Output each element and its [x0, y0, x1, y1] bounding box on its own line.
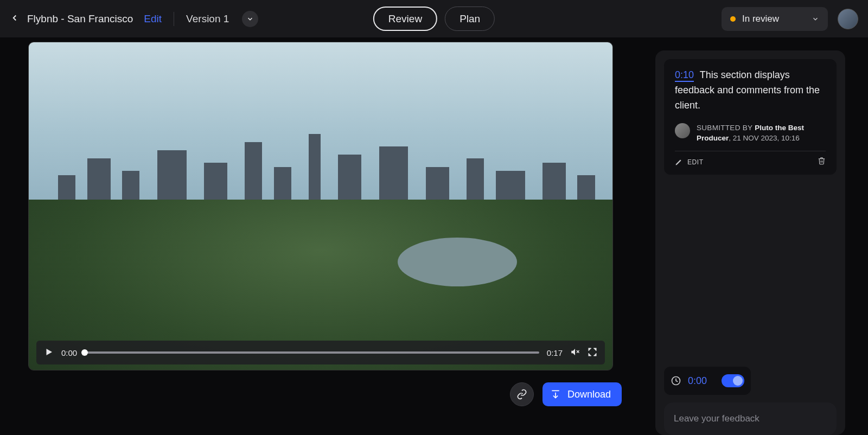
play-icon — [44, 347, 54, 357]
back-button[interactable] — [10, 13, 20, 25]
main: 0:00 0:17 Download — [0, 37, 868, 435]
video-current-time: 0:00 — [61, 348, 77, 357]
status-dot-icon — [730, 16, 736, 22]
comment-author-avatar — [675, 123, 690, 138]
trash-icon — [818, 157, 826, 165]
comment-date: , 21 NOV 2023, 10:16 — [729, 134, 800, 142]
timestamp-value: 0:00 — [688, 375, 715, 387]
seek-thumb[interactable] — [81, 349, 88, 356]
comment-text: This section displays feedback and comme… — [675, 69, 820, 111]
fullscreen-button[interactable] — [588, 347, 597, 359]
link-icon — [516, 389, 527, 400]
edit-label: EDIT — [687, 158, 704, 166]
header-right: In review — [722, 7, 858, 31]
comment-meta: SUBMITTED BY Pluto the Best Producer, 21… — [675, 123, 826, 144]
copy-link-button[interactable] — [510, 382, 534, 406]
video-actions: Download — [510, 382, 622, 406]
comment-timestamp-link[interactable]: 0:10 — [675, 69, 694, 82]
video-controls: 0:00 0:17 — [36, 341, 605, 364]
status-label: In review — [742, 14, 805, 24]
comment-card: 0:10 This section displays feedback and … — [664, 59, 837, 175]
version-dropdown-button[interactable] — [242, 11, 258, 27]
status-selector[interactable]: In review — [722, 7, 828, 31]
play-button[interactable] — [44, 347, 54, 359]
feedback-panel: 0:10 This section displays feedback and … — [655, 50, 845, 435]
download-icon — [550, 389, 561, 400]
version-label: Version 1 — [186, 13, 229, 25]
header-left: Flybnb - San Francisco Edit Version 1 — [10, 11, 258, 27]
video-player[interactable]: 0:00 0:17 — [28, 42, 613, 370]
clock-icon — [671, 375, 681, 386]
chevron-left-icon — [10, 13, 20, 23]
video-seek-bar[interactable] — [85, 351, 539, 354]
tab-plan[interactable]: Plan — [445, 7, 495, 31]
comment-meta-text: SUBMITTED BY Pluto the Best Producer, 21… — [697, 123, 826, 144]
include-timestamp-switch[interactable] — [722, 374, 744, 387]
feedback-input-area: 0:00 Leave your feedback — [655, 367, 845, 435]
volume-muted-icon — [570, 347, 580, 357]
edit-title-link[interactable]: Edit — [144, 13, 162, 25]
download-label: Download — [567, 389, 611, 400]
feedback-placeholder: Leave your feedback — [674, 413, 760, 424]
mute-button[interactable] — [570, 347, 580, 359]
chevron-down-icon — [812, 15, 819, 23]
comment-actions: EDIT — [675, 151, 826, 167]
video-duration: 0:17 — [547, 348, 563, 357]
header-tabs: Review Plan — [373, 7, 495, 31]
pencil-icon — [675, 158, 683, 166]
fullscreen-icon — [588, 347, 597, 357]
tab-review[interactable]: Review — [373, 7, 437, 31]
app-header: Flybnb - San Francisco Edit Version 1 Re… — [0, 0, 868, 37]
divider — [174, 12, 174, 26]
page-title: Flybnb - San Francisco — [27, 13, 133, 25]
comment-body: 0:10 This section displays feedback and … — [675, 68, 826, 113]
feedback-column: 0:10 This section displays feedback and … — [655, 37, 868, 435]
edit-comment-button[interactable]: EDIT — [675, 158, 704, 166]
svg-marker-0 — [47, 349, 53, 355]
video-thumbnail — [29, 42, 612, 370]
chevron-down-icon — [246, 15, 254, 23]
submitted-by-label: SUBMITTED BY — [697, 124, 752, 132]
video-column: 0:00 0:17 Download — [0, 37, 655, 435]
download-button[interactable]: Download — [542, 382, 622, 406]
feedback-input[interactable]: Leave your feedback — [664, 402, 837, 435]
user-avatar[interactable] — [838, 9, 858, 29]
timestamp-toggle: 0:00 — [664, 367, 751, 395]
delete-comment-button[interactable] — [818, 157, 826, 167]
